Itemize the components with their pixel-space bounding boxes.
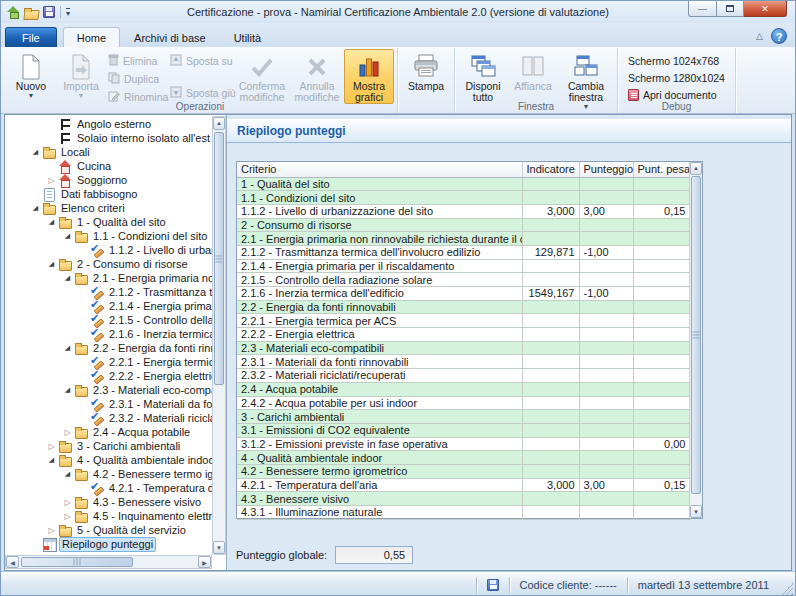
table-row[interactable]: 2.1.4 - Energia primaria per il riscalda… [237,259,690,273]
elimina-button[interactable]: Elimina [106,53,168,68]
tree-item[interactable]: 2.1.6 - Inerzia termica dell' [6,327,212,341]
duplica-button[interactable]: Duplica [106,71,168,86]
tree-item[interactable]: ◢Locali [6,145,212,159]
apri-documento-button[interactable]: Apri documento [625,87,728,102]
tree-item[interactable]: Cucina [6,159,212,173]
table-vscroll-thumb[interactable] [691,176,701,494]
expander-expanded-icon[interactable]: ◢ [61,232,74,240]
tree-item[interactable]: ◢4.2 - Benessere termo igromet [6,467,212,481]
table-row[interactable]: 2.3 - Materiali eco-compatibili [237,341,690,355]
expander-expanded-icon[interactable]: ◢ [61,470,74,478]
table-row[interactable]: 2.2 - Energia da fonti rinnovabili [237,300,690,314]
table-row[interactable]: 3.1 - Emissioni di CO2 equivalente [237,423,690,437]
expander-expanded-icon[interactable]: ◢ [45,218,58,226]
tree-item[interactable]: ▷2.4 - Acqua potabile [6,425,212,439]
tree-item[interactable]: 2.1.4 - Energia primaria pe [6,299,212,313]
table-row[interactable]: 4 - Qualità ambientale indoor [237,451,690,465]
nuovo-button[interactable]: Nuovo ▼ [6,49,56,100]
table-row[interactable]: 2.4 - Acqua potabile [237,382,690,396]
tree-vscroll-thumb[interactable] [214,132,224,385]
tree-item[interactable]: ◢1 - Qualità del sito [6,215,212,229]
table-row[interactable]: 3 - Carichi ambientali [237,410,690,424]
expander-collapsed-icon[interactable]: ▷ [45,176,58,185]
close-button[interactable]: ✕ [744,1,787,17]
tab-utilita[interactable]: Utilità [220,27,276,47]
tree-item[interactable]: ▷4.3 - Benessere visivo [6,495,212,509]
table-row[interactable]: 2.2.1 - Energia termica per ACS [237,314,690,328]
column-header-indicatore[interactable]: Indicatore [522,162,579,177]
tree-item[interactable]: 1.1.2 - Livello di urbanizza [6,243,212,257]
tree-item[interactable]: 2.1.2 - Trasmittanza termi [6,285,212,299]
table-row[interactable]: 1 - Qualità del sito [237,177,690,191]
expander-expanded-icon[interactable]: ◢ [61,386,74,394]
tree-item[interactable]: Riepilogo punteggi [6,537,212,551]
expander-collapsed-icon[interactable]: ▷ [45,442,58,451]
save-floppy-icon[interactable] [43,6,55,18]
importa-button[interactable]: Importa ▼ [56,49,106,100]
table-row[interactable]: 3.1.2 - Emissioni previste in fase opera… [237,437,690,451]
tree-item[interactable]: ▷3 - Carichi ambientali [6,439,212,453]
table-row[interactable]: 2.3.1 - Materiali da fonti rinnovabili [237,355,690,369]
table-row[interactable]: 2.2.2 - Energia elettrica [237,328,690,342]
table-row[interactable]: 2.1 - Energia primaria non rinnovabile r… [237,232,690,246]
tree-item[interactable]: ▷Soggiorno [6,173,212,187]
tree-item[interactable]: ◢2.1 - Energia primaria non rinn [6,271,212,285]
stampa-button[interactable]: Stampa [401,49,451,93]
open-folder-icon[interactable] [24,7,39,18]
table-row[interactable]: 2.4.2 - Acqua potabile per usi indoor [237,396,690,410]
expander-collapsed-icon[interactable]: ▷ [61,512,74,521]
table-row[interactable]: 1.1 - Condizioni del sito [237,191,690,205]
scroll-right-button[interactable]: ▶ [198,556,211,568]
minimize-button[interactable]: — [688,1,717,17]
tree-vertical-scrollbar[interactable]: ▲ ▼ [212,116,226,555]
tree-item[interactable]: ◢2.2 - Energia da fonti rinnovab [6,341,212,355]
sposta-su-button[interactable]: Sposta su [168,53,234,68]
tree-item[interactable]: 2.2.2 - Energia elettrica [6,369,212,383]
schermo-1280-button[interactable]: Schermo 1280x1024 [625,70,728,85]
expander-collapsed-icon[interactable]: ▷ [61,498,74,507]
tab-home[interactable]: Home [63,27,120,47]
scroll-left-button[interactable]: ◀ [6,556,19,568]
column-header-criterio[interactable]: Criterio [237,162,522,177]
status-save-icon[interactable] [487,579,499,591]
table-row[interactable]: 4.3.1 - Illuminazione naturale [237,506,690,520]
tree-item[interactable]: 2.3.2 - Materiali riciclati/rec [6,411,212,425]
table-row[interactable]: 1.1.2 - Livello di urbanizzazione del si… [237,204,690,218]
table-row[interactable]: 4.2 - Benessere termo igrometrico [237,464,690,478]
table-row[interactable]: 2 - Consumo di risorse [237,218,690,232]
tree-hscroll-thumb[interactable] [21,557,133,567]
sposta-giu-button[interactable]: Sposta giù [168,85,234,100]
tree-item[interactable]: ◢1.1 - Condizioni del sito [6,229,212,243]
expander-expanded-icon[interactable]: ◢ [61,344,74,352]
disponi-tutto-button[interactable]: Disponi tutto [458,49,508,104]
mostra-grafici-button[interactable]: Mostra grafici [344,49,394,104]
tree-item[interactable]: ◢4 - Qualità ambientale indoor [6,453,212,467]
tree-item[interactable]: Dati fabbisogno [6,187,212,201]
table-row[interactable]: 2.1.5 - Controllo della radiazione solar… [237,273,690,287]
tree-item[interactable]: 2.3.1 - Materiali da fonti rin [6,397,212,411]
scroll-up-button[interactable]: ▲ [690,162,702,175]
tree-item[interactable]: ◢2.3 - Materiali eco-compatibili [6,383,212,397]
table-row[interactable]: 4.3 - Benessere visivo [237,492,690,506]
table-row[interactable]: 2.1.6 - Inerzia termica dell'edificio154… [237,287,690,301]
tree-item[interactable]: ◢Elenco criteri [6,201,212,215]
expander-expanded-icon[interactable]: ◢ [45,456,58,464]
tree-horizontal-scrollbar[interactable]: ◀ ▶ [5,555,212,569]
tree-item[interactable]: 4.2.1 - Temperatura dell'ar [6,481,212,495]
column-header-punteggio[interactable]: Punteggio [579,162,633,177]
minimize-ribbon-icon[interactable]: △ [756,31,763,41]
tree-item[interactable]: ◢2 - Consumo di risorse [6,257,212,271]
qat-dropdown-icon[interactable]: ▾ [66,8,70,17]
app-home-icon[interactable] [7,6,20,18]
tree-item[interactable]: Solaio interno isolato all'est [6,131,212,145]
tree-item[interactable]: 2.2.1 - Energia termica per [6,355,212,369]
tree-item[interactable]: Angolo esterno [6,117,212,131]
expander-expanded-icon[interactable]: ◢ [29,148,42,156]
conferma-modifiche-button[interactable]: Conferma modifiche [234,49,290,104]
scroll-up-button[interactable]: ▲ [213,117,225,130]
table-row[interactable]: 4.2.1 - Temperatura dell'aria3,0003,000,… [237,478,690,492]
column-header-punt-pesato[interactable]: Punt. pesato [633,162,690,177]
expander-collapsed-icon[interactable]: ▷ [61,428,74,437]
scroll-down-button[interactable]: ▼ [213,541,225,554]
table-row[interactable]: 2.3.2 - Materiali riciclati/recuperati [237,369,690,383]
